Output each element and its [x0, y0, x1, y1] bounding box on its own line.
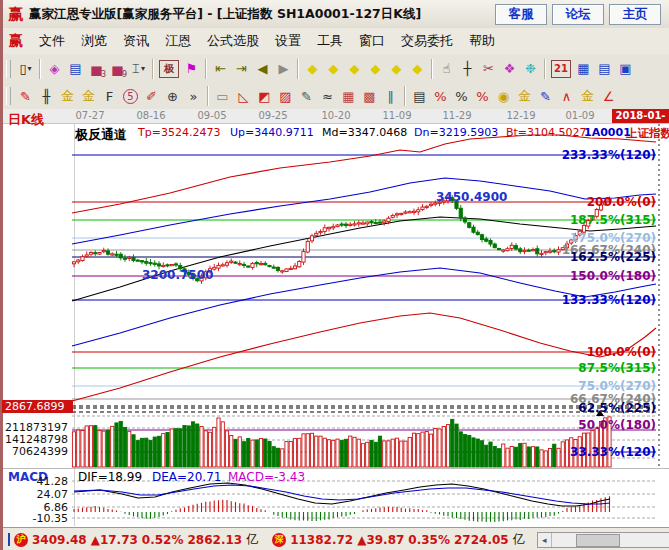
gold-tool-2[interactable]: 金 [577, 86, 598, 107]
toolbar-grip[interactable] [6, 60, 11, 78]
macd-scale-value: -10.35 [4, 512, 68, 525]
gold-line-tool[interactable]: 金 [514, 86, 535, 107]
menu-item-交易委托[interactable]: 交易委托 [393, 32, 461, 50]
diamond-tool-5[interactable]: ◆ [386, 58, 407, 79]
horizontal-scrollbar[interactable]: ◂ ▸ [537, 532, 669, 548]
zigzag-tool[interactable]: ≈ [317, 86, 338, 107]
gann-level-label: 150.0%(180) [570, 269, 656, 283]
icon-subscript: 3 [101, 70, 106, 79]
candle-style-selector[interactable]: ⌶▾ [128, 58, 149, 79]
date-tick: 10-20 [316, 110, 356, 121]
home-button[interactable]: 主页 [609, 4, 661, 25]
gold-grid-tool-1[interactable]: 金 [57, 86, 78, 107]
angle-tool[interactable]: ∠ [598, 86, 619, 107]
kline-period-selector[interactable]: ▯▾ [15, 58, 36, 79]
period-label[interactable]: 日K线 [8, 111, 44, 129]
gann-fan-tool[interactable]: ◺ [233, 86, 254, 107]
draw-pen-tool[interactable]: ✎ [15, 86, 36, 107]
menu-item-资讯[interactable]: 资讯 [115, 32, 157, 50]
scrollbar-thumb[interactable] [576, 534, 620, 547]
indicator-up: Up=3440.9711 [230, 126, 314, 139]
gann-grid-tool[interactable]: ▨ [275, 86, 296, 107]
diamond-tool-4[interactable]: ◆ [365, 58, 386, 79]
app-logo: 赢 [8, 5, 23, 24]
color-chart-tool[interactable]: ⚑ [181, 58, 202, 79]
notepad-tool[interactable]: ▤ [594, 58, 615, 79]
scroll-left-arrow[interactable]: ◂ [538, 533, 552, 547]
title-bar: 赢 赢家江恩专业版[赢家服务平台] - [上证指数 SH1A0001-127日K… [3, 0, 669, 29]
pen-tool-2[interactable]: ✐ [141, 86, 162, 107]
date-tick: 12-19 [501, 110, 541, 121]
spiral-5-tool[interactable]: 5 [120, 86, 141, 107]
gold-grid-tool-2[interactable]: 金 [78, 86, 99, 107]
last-page-button[interactable]: ⇥ [231, 58, 252, 79]
macd-scale-value: 24.07 [4, 488, 68, 501]
wave-a-tool[interactable]: ∧ [556, 86, 577, 107]
menu-item-设置[interactable]: 设置 [267, 32, 309, 50]
menu-item-文件[interactable]: 文件 [31, 32, 73, 50]
diamond-tool-2[interactable]: ◆ [323, 58, 344, 79]
gann-fan-tool-icon: ◺ [239, 89, 249, 104]
percent-line-tool[interactable]: % [472, 86, 493, 107]
gann-frame-tool[interactable]: 极 [159, 60, 179, 78]
more-tools-button[interactable]: » [183, 86, 204, 107]
diamond-tool-6[interactable]: ◆ [407, 58, 428, 79]
gann-box-tool[interactable]: ◩ [254, 86, 275, 107]
hand-tool[interactable]: ☝ [436, 58, 457, 79]
calendar-tool[interactable]: 21 [551, 60, 571, 78]
parallel-lines-tool[interactable]: ∥ [380, 86, 401, 107]
pen-tool-3[interactable]: ✎ [296, 86, 317, 107]
dropdown-caret-icon[interactable]: ▾ [28, 64, 32, 73]
prev-page-button[interactable]: ◀ [252, 58, 273, 79]
save-tool[interactable]: ▣ [615, 58, 636, 79]
percent-zone-tool[interactable]: % [430, 86, 451, 107]
red-grid-tool-1[interactable]: ▦ [338, 86, 359, 107]
menu-item-窗口[interactable]: 窗口 [351, 32, 393, 50]
symbol-code: 1A0001 [584, 126, 631, 139]
measure-tool[interactable]: ✂ [478, 58, 499, 79]
candle-note-tool[interactable]: ✎ [535, 86, 556, 107]
shenzhen-market-icon[interactable]: 深 [272, 533, 286, 547]
scale-ruler-tool[interactable]: ▤ [409, 86, 430, 107]
circle-grid-tool[interactable]: ⊕ [162, 86, 183, 107]
shanghai-market-icon[interactable]: 沪 [14, 533, 28, 547]
info-document-tool[interactable]: ▤ [65, 58, 86, 79]
chart-9day-tool[interactable]: ▅9 [107, 58, 128, 79]
percent-tool[interactable]: % [451, 86, 472, 107]
calculator-tool-icon: ▦ [577, 61, 589, 76]
gann-level-label: 62.5%(225) [578, 401, 656, 415]
toolbar-separator [404, 86, 406, 106]
chart-3day-tool[interactable]: ▅3 [86, 58, 107, 79]
forum-button[interactable]: 论坛 [552, 4, 604, 25]
first-page-button[interactable]: ⇤ [210, 58, 231, 79]
menu-item-公式选股[interactable]: 公式选股 [199, 32, 267, 50]
chart-area[interactable] [3, 109, 669, 527]
diamond-tool-3[interactable]: ◆ [344, 58, 365, 79]
next-page-button[interactable]: ▶ [273, 58, 294, 79]
gann-shape-tool[interactable]: ❖ [499, 58, 520, 79]
gold-circle-tool[interactable]: ◉ [493, 86, 514, 107]
menu-item-浏览[interactable]: 浏览 [73, 32, 115, 50]
wave-tool[interactable]: ❉ [520, 58, 541, 79]
toolbar-separator [39, 59, 41, 79]
box-select-tool[interactable]: ▭ [212, 86, 233, 107]
menu-item-江恩[interactable]: 江恩 [157, 32, 199, 50]
red-grid-tool-2[interactable]: ▩ [359, 86, 380, 107]
menu-item-帮助[interactable]: 帮助 [461, 32, 503, 50]
gann-level-label: 187.5%(315) [570, 213, 656, 227]
diamond-tool-1[interactable]: ◆ [302, 58, 323, 79]
app-window: { "window": { "logo": "赢", "title": "赢家江… [0, 0, 669, 550]
fibonacci-f-tool[interactable]: F [99, 86, 120, 107]
dropdown-caret-icon[interactable]: ▾ [141, 64, 145, 73]
keyboard-icon[interactable] [8, 533, 10, 546]
network-quote-tool[interactable]: ◈ [44, 58, 65, 79]
menu-item-工具[interactable]: 工具 [309, 32, 351, 50]
crosshair-tool[interactable]: ┼ [457, 58, 478, 79]
calculator-tool[interactable]: ▦ [573, 58, 594, 79]
toolbar-grip[interactable] [6, 87, 11, 105]
volume-scale-value: 70624399 [4, 445, 68, 458]
shanghai-turnover: 2862.13 [187, 533, 242, 547]
grid-tool[interactable]: ╫ [36, 86, 57, 107]
service-button[interactable]: 客服 [495, 4, 547, 25]
gann-box-tool-icon: ◩ [258, 89, 270, 104]
